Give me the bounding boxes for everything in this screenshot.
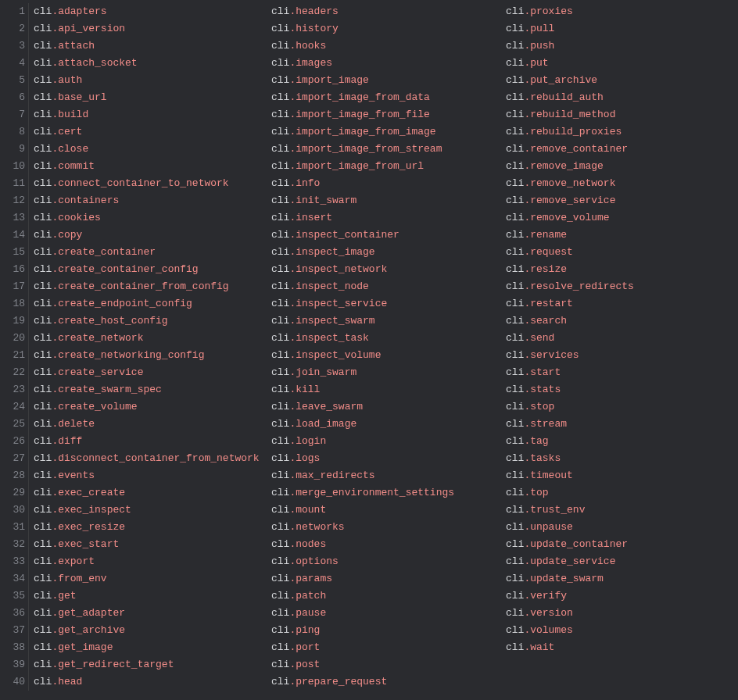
code-token: cli.inspect_node xyxy=(271,278,506,295)
attribute-name: prepare_request xyxy=(296,676,387,688)
object-name: cli xyxy=(271,143,289,155)
line-number: 38 xyxy=(0,639,25,656)
attribute-name: login xyxy=(296,435,326,447)
code-token: cli.create_host_config xyxy=(34,312,271,330)
object-name: cli xyxy=(506,401,524,412)
attribute-name: create_volume xyxy=(58,401,137,412)
code-content[interactable]: cli.adapterscli.api_versioncli.attachcli… xyxy=(29,3,701,691)
code-token: cli.top xyxy=(506,484,701,502)
attribute-name: update_container xyxy=(530,538,628,550)
object-name: cli xyxy=(271,315,289,327)
object-name: cli xyxy=(271,298,289,309)
code-token: cli.logs xyxy=(271,450,506,467)
object-name: cli xyxy=(506,23,524,34)
code-token: cli.search xyxy=(506,312,701,330)
object-name: cli xyxy=(506,91,524,103)
code-token: cli.exec_create xyxy=(34,484,271,502)
code-token: cli.import_image_from_url xyxy=(271,158,506,175)
line-number: 7 xyxy=(0,106,25,123)
code-token: cli.adapters xyxy=(34,3,271,20)
object-name: cli xyxy=(34,57,52,69)
object-name: cli xyxy=(271,40,289,52)
code-token: cli.diff xyxy=(34,433,271,450)
line-number: 29 xyxy=(0,484,25,502)
code-token: cli.services xyxy=(506,347,701,364)
code-token: cli.delete xyxy=(34,416,271,433)
attribute-name: trust_env xyxy=(530,504,585,516)
line-number: 20 xyxy=(0,330,25,347)
object-name: cli xyxy=(34,5,52,17)
line-number: 5 xyxy=(0,72,25,89)
attribute-name: create_container xyxy=(58,246,156,258)
code-token: cli.kill xyxy=(271,381,506,398)
object-name: cli xyxy=(506,298,524,309)
code-column-1: cli.adapterscli.api_versioncli.attachcli… xyxy=(34,3,271,691)
code-token: cli.leave_swarm xyxy=(271,398,506,416)
object-name: cli xyxy=(506,5,524,17)
attribute-name: timeout xyxy=(530,470,573,481)
attribute-name: volumes xyxy=(530,624,573,636)
attribute-name: import_image_from_url xyxy=(296,160,424,172)
code-token: cli.remove_volume xyxy=(506,209,701,227)
object-name: cli xyxy=(506,109,524,120)
object-name: cli xyxy=(34,74,52,86)
code-token: cli.trust_env xyxy=(506,502,701,519)
object-name: cli xyxy=(271,555,289,567)
object-name: cli xyxy=(506,384,524,395)
code-editor[interactable]: 1234567891011121314151617181920212223242… xyxy=(0,0,738,691)
line-number: 12 xyxy=(0,192,25,209)
object-name: cli xyxy=(34,487,52,498)
code-token: cli.load_image xyxy=(271,416,506,433)
attribute-name: delete xyxy=(58,418,95,430)
attribute-name: inspect_volume xyxy=(296,349,381,361)
attribute-name: create_host_config xyxy=(58,315,167,327)
attribute-name: restart xyxy=(530,298,573,309)
attribute-name: merge_environment_settings xyxy=(296,487,454,498)
line-number: 16 xyxy=(0,261,25,278)
object-name: cli xyxy=(271,521,289,533)
object-name: cli xyxy=(271,109,289,120)
code-token: cli.init_swarm xyxy=(271,192,506,209)
object-name: cli xyxy=(506,521,524,533)
object-name: cli xyxy=(271,676,289,688)
line-number: 4 xyxy=(0,55,25,72)
code-token: cli.tasks xyxy=(506,450,701,467)
code-token: cli.api_version xyxy=(34,20,271,38)
code-token: cli.put_archive xyxy=(506,72,701,89)
attribute-name: pull xyxy=(530,23,554,34)
code-token: cli.remove_image xyxy=(506,158,701,175)
attribute-name: exec_resize xyxy=(58,521,125,533)
object-name: cli xyxy=(34,590,52,602)
object-name: cli xyxy=(506,315,524,327)
attribute-name: remove_volume xyxy=(530,212,609,223)
line-number: 23 xyxy=(0,381,25,398)
code-token: cli.send xyxy=(506,330,701,347)
object-name: cli xyxy=(506,212,524,223)
code-token: cli.prepare_request xyxy=(271,673,506,691)
object-name: cli xyxy=(34,229,52,241)
code-token: cli.events xyxy=(34,467,271,484)
code-token: cli.update_swarm xyxy=(506,570,701,588)
object-name: cli xyxy=(271,607,289,619)
line-number: 3 xyxy=(0,38,25,55)
attribute-name: patch xyxy=(296,590,326,602)
code-token: cli.get_adapter xyxy=(34,605,271,622)
attribute-name: stream xyxy=(530,418,567,430)
object-name: cli xyxy=(34,452,52,464)
code-token: cli.cert xyxy=(34,123,271,141)
attribute-name: inspect_image xyxy=(296,246,374,258)
attribute-name: connect_container_to_network xyxy=(58,177,228,189)
code-token: cli.networks xyxy=(271,519,506,536)
code-token: cli.rebuild_proxies xyxy=(506,123,701,141)
attribute-name: stats xyxy=(530,384,561,395)
object-name: cli xyxy=(506,555,524,567)
code-token: cli.login xyxy=(271,433,506,450)
line-number: 27 xyxy=(0,450,25,467)
line-number: 28 xyxy=(0,467,25,484)
code-token: cli.update_service xyxy=(506,553,701,570)
object-name: cli xyxy=(34,659,52,670)
object-name: cli xyxy=(271,229,289,241)
attribute-name: close xyxy=(58,143,88,155)
attribute-name: rebuild_method xyxy=(530,109,615,120)
object-name: cli xyxy=(271,195,289,206)
